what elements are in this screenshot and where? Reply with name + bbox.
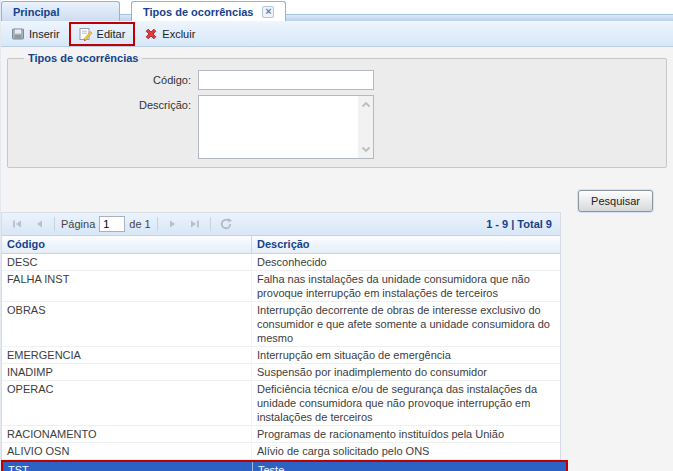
save-icon [11, 27, 25, 41]
page-label: Página [61, 218, 95, 230]
table-row[interactable]: EMERGENCIAInterrupção em situação de eme… [2, 347, 560, 364]
column-header-descricao[interactable]: Descrição [252, 236, 560, 253]
grid-rows: DESCDesconhecidoFALHA INSTFalha nas inst… [2, 254, 560, 471]
table-row[interactable]: FALHA INSTFalha nas instalações da unida… [2, 271, 560, 302]
cell-descricao: Falha nas instalações da unidade consumi… [252, 271, 560, 301]
tab-bar: Principal Tipos de ocorrências × [1, 0, 673, 21]
toolbar: Inserir Editar [1, 21, 673, 47]
table-row[interactable]: OBRASInterrupção decorrente de obras de … [2, 302, 560, 347]
tab-principal[interactable]: Principal [1, 1, 120, 21]
cell-codigo: ALIVIO OSN [2, 443, 252, 459]
excluir-label: Excluir [162, 28, 195, 40]
cell-descricao: Deficiência técnica e/ou de segurança da… [252, 381, 560, 425]
tab-principal-label: Principal [13, 6, 59, 18]
last-page-button[interactable] [186, 215, 204, 233]
pesquisar-button[interactable]: Pesquisar [578, 190, 653, 212]
cell-descricao: Teste [253, 462, 566, 471]
codigo-label: Código: [16, 70, 198, 90]
cell-codigo: FALHA INST [2, 271, 252, 301]
table-row[interactable]: TSTTeste [3, 462, 566, 471]
occurrence-types-grid: Página de 1 1 - 9 | Total 9 Código Desc [1, 212, 561, 471]
app-window: Principal Tipos de ocorrências × Inserir [0, 0, 673, 471]
cell-codigo: DESC [2, 254, 252, 270]
pager-separator [157, 217, 158, 231]
page-of-label: de 1 [129, 218, 150, 230]
delete-icon [144, 27, 158, 41]
fieldset-legend: Tipos de ocorrências [24, 52, 142, 64]
tab-tipos-label: Tipos de ocorrências [143, 6, 253, 18]
cell-codigo: OPERAC [2, 381, 252, 425]
cell-codigo: RACIONAMENTO [2, 426, 252, 442]
descricao-field[interactable] [198, 95, 374, 159]
cell-descricao: Alívio de carga solicitado pelo ONS [252, 443, 560, 459]
cell-descricao: Programas de racionamento instituídos pe… [252, 426, 560, 442]
textarea-scrollbar[interactable] [358, 96, 373, 158]
annotation-box-selected-row: TSTTeste [1, 460, 568, 471]
cell-codigo: EMERGENCIA [2, 347, 252, 363]
next-page-button[interactable] [164, 215, 182, 233]
paging-toolbar: Página de 1 1 - 9 | Total 9 [2, 213, 560, 236]
grid-header: Código Descrição [2, 236, 560, 254]
cell-codigo: OBRAS [2, 302, 252, 346]
excluir-button[interactable]: Excluir [138, 24, 201, 44]
table-row[interactable]: DESCDesconhecido [2, 254, 560, 271]
pager-separator [54, 217, 55, 231]
table-row[interactable]: OPERACDeficiência técnica e/ou de segura… [2, 381, 560, 426]
table-row[interactable]: RACIONAMENTOProgramas de racionamento in… [2, 426, 560, 443]
codigo-field[interactable] [198, 70, 374, 90]
editar-label: Editar [97, 28, 126, 40]
cell-codigo: TST [3, 462, 253, 471]
scroll-up-icon[interactable] [361, 101, 371, 108]
cell-descricao: Interrupção em situação de emergência [252, 347, 560, 363]
pager-separator [210, 217, 211, 231]
pager-summary: 1 - 9 | Total 9 [486, 218, 554, 230]
column-header-codigo[interactable]: Código [2, 236, 252, 253]
cell-codigo: INADIMP [2, 364, 252, 380]
annotation-box-editar: Editar [69, 22, 136, 46]
prev-page-button[interactable] [30, 215, 48, 233]
refresh-button[interactable] [217, 215, 235, 233]
table-row[interactable]: ALIVIO OSNAlívio de carga solicitado pel… [2, 443, 560, 460]
tab-tipos-de-ocorrencias[interactable]: Tipos de ocorrências × [131, 1, 286, 21]
editar-button[interactable]: Editar [75, 25, 130, 43]
close-tab-icon[interactable]: × [262, 6, 274, 18]
cell-descricao: Interrupção decorrente de obras de inter… [252, 302, 560, 346]
edit-icon [79, 27, 93, 41]
page-number-input[interactable] [99, 216, 125, 232]
cell-descricao: Desconhecido [252, 254, 560, 270]
search-fieldset: Tipos de ocorrências Código: Descrição: [7, 52, 667, 168]
content-panel: Tipos de ocorrências Código: Descrição: [1, 48, 673, 471]
table-row[interactable]: INADIMPSuspensão por inadimplemento do c… [2, 364, 560, 381]
cell-descricao: Suspensão por inadimplemento do consumid… [252, 364, 560, 380]
inserir-button[interactable]: Inserir [5, 24, 66, 44]
scroll-down-icon[interactable] [361, 146, 371, 153]
first-page-button[interactable] [8, 215, 26, 233]
inserir-label: Inserir [29, 28, 60, 40]
descricao-label: Descrição: [16, 95, 198, 159]
